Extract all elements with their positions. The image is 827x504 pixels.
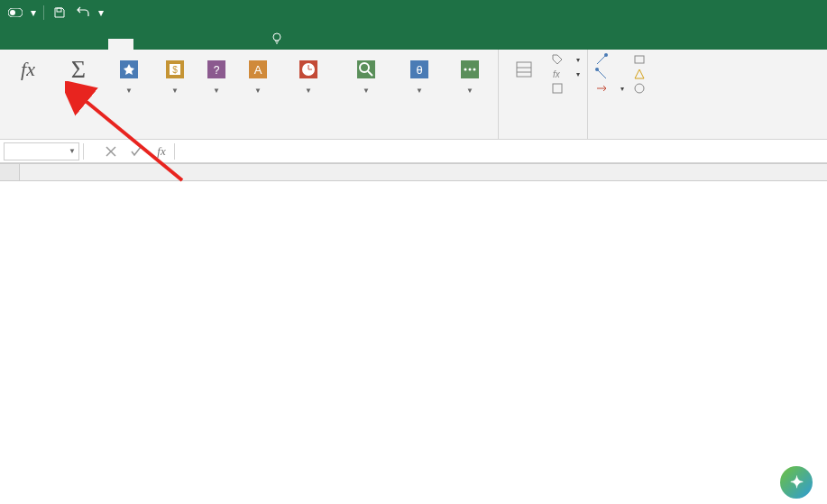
- trace-dependents-button[interactable]: [595, 68, 624, 80]
- formula-bar: ▼ fx: [0, 140, 827, 163]
- formula-icon: fx: [551, 68, 564, 80]
- tell-me-search[interactable]: [260, 26, 299, 50]
- worksheet: [0, 163, 827, 181]
- star-icon: [115, 55, 143, 84]
- separator: [83, 143, 84, 160]
- svg-text:$: $: [172, 65, 178, 75]
- group-defined-names: ▾ fx▾: [499, 50, 588, 139]
- trace-dep-icon: [595, 68, 608, 80]
- selection-icon: [551, 82, 564, 95]
- lightbulb-icon: [271, 32, 283, 44]
- dropdown-icon: ▼: [305, 87, 312, 95]
- fx-icon[interactable]: fx: [152, 142, 170, 160]
- sigma-icon: Σ: [64, 55, 93, 84]
- error-checking-button[interactable]: [633, 68, 651, 80]
- svg-text:?: ?: [214, 64, 220, 77]
- name-manager-icon: [510, 55, 538, 84]
- ribbon-tabs: [0, 24, 827, 50]
- logical-icon: ?: [202, 55, 231, 84]
- text-icon: A: [244, 55, 272, 84]
- theta-icon: θ: [405, 55, 434, 84]
- svg-point-25: [469, 69, 472, 71]
- tab-file[interactable]: [7, 39, 32, 50]
- tab-insert[interactable]: [58, 39, 83, 50]
- svg-line-32: [597, 55, 606, 64]
- show-formulas-button[interactable]: [633, 53, 651, 66]
- svg-rect-31: [553, 84, 562, 93]
- column-headers: [0, 163, 827, 181]
- svg-point-1: [10, 10, 15, 15]
- dropdown-icon: ▼: [213, 87, 220, 95]
- eval-icon: [633, 82, 646, 95]
- formula-input[interactable]: [179, 142, 827, 160]
- tab-data[interactable]: [133, 39, 159, 50]
- svg-line-34: [597, 69, 606, 78]
- trace-precedents-button[interactable]: [595, 53, 624, 66]
- name-box[interactable]: ▼: [4, 142, 79, 160]
- trace-prec-icon: [595, 53, 608, 66]
- financial-button[interactable]: $ ▼: [155, 51, 195, 98]
- group-formula-auditing: ▾: [588, 50, 658, 139]
- enter-icon[interactable]: [127, 142, 145, 160]
- group-label-library: [4, 133, 494, 139]
- quick-access-toolbar: ▾ ▾: [0, 3, 106, 23]
- svg-text:θ: θ: [416, 63, 422, 77]
- ribbon: fx Σ ▼ ▼ $ ▼ ? ▼: [0, 50, 827, 140]
- remove-arrows-icon: [595, 82, 608, 95]
- qat-dropdown-icon[interactable]: ▾: [29, 3, 38, 23]
- save-icon[interactable]: [50, 3, 69, 23]
- more-functions-button[interactable]: ▼: [446, 51, 494, 98]
- svg-text:A: A: [254, 63, 262, 77]
- tab-powerpivot[interactable]: [234, 39, 260, 50]
- watermark-logo-icon: ✦: [780, 466, 813, 499]
- group-function-library: fx Σ ▼ ▼ $ ▼ ? ▼: [0, 50, 499, 139]
- warning-icon: [633, 68, 646, 80]
- svg-point-3: [273, 33, 280, 41]
- group-label-audit: [592, 133, 655, 139]
- fx-icon: fx: [14, 55, 42, 84]
- autosum-button[interactable]: Σ ▼: [54, 51, 103, 98]
- select-all-corner[interactable]: [0, 164, 20, 180]
- svg-rect-27: [517, 62, 531, 77]
- svg-text:fx: fx: [553, 69, 561, 79]
- cancel-icon[interactable]: [102, 142, 120, 160]
- dropdown-icon: ▼: [363, 87, 370, 95]
- text-button[interactable]: A ▼: [238, 51, 278, 98]
- qat-more-icon[interactable]: ▾: [96, 3, 106, 23]
- financial-icon: $: [161, 55, 189, 84]
- show-icon: [633, 53, 646, 66]
- lookup-icon: [352, 55, 381, 84]
- tab-review[interactable]: [159, 39, 184, 50]
- autosave-toggle[interactable]: [5, 3, 25, 23]
- tag-icon: [551, 53, 564, 66]
- svg-point-35: [595, 68, 599, 71]
- tab-home[interactable]: [32, 39, 58, 50]
- use-in-formula-button[interactable]: fx▾: [551, 68, 580, 80]
- recently-used-button[interactable]: ▼: [105, 51, 153, 98]
- more-icon: [455, 55, 484, 84]
- evaluate-formula-button[interactable]: [633, 82, 651, 95]
- title-bar: ▾ ▾: [0, 0, 827, 24]
- datetime-button[interactable]: ▼: [280, 51, 337, 98]
- dropdown-icon: ▼: [466, 87, 473, 95]
- tab-help[interactable]: [209, 39, 234, 50]
- tab-pagelayout[interactable]: [83, 39, 108, 50]
- group-label-names: [502, 133, 583, 139]
- logical-button[interactable]: ? ▼: [197, 51, 236, 98]
- dropdown-icon: ▼: [69, 147, 76, 155]
- math-button[interactable]: θ ▼: [395, 51, 444, 98]
- remove-arrows-button[interactable]: ▾: [595, 82, 624, 95]
- tab-view[interactable]: [184, 39, 209, 50]
- insert-function-button[interactable]: fx: [4, 51, 52, 89]
- undo-icon[interactable]: [73, 3, 93, 23]
- watermark: ✦: [780, 466, 818, 499]
- create-from-selection-button[interactable]: [551, 82, 580, 95]
- name-manager-button[interactable]: [502, 51, 546, 89]
- define-name-button[interactable]: ▾: [551, 53, 580, 66]
- lookup-button[interactable]: ▼: [339, 51, 393, 98]
- qat-separator: [43, 5, 44, 20]
- dropdown-icon: ▼: [75, 87, 82, 95]
- separator: [174, 143, 175, 160]
- clock-icon: [294, 55, 323, 84]
- tab-formulas[interactable]: [108, 39, 133, 50]
